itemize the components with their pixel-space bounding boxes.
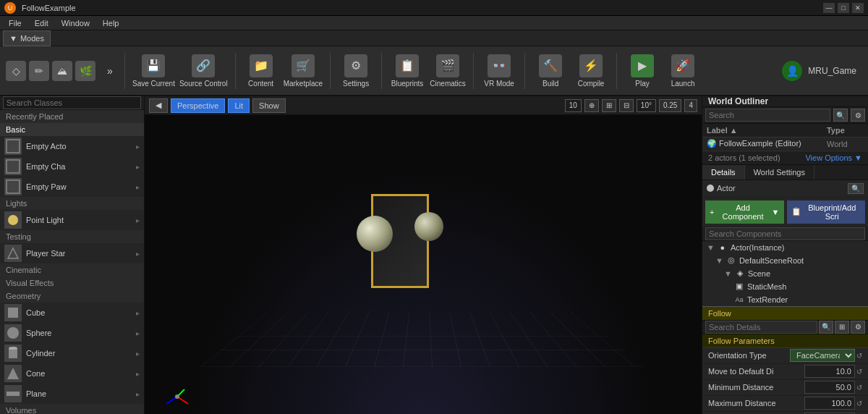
close-button[interactable]: ✕ [852, 3, 864, 13]
modes-button[interactable]: ▼ Modes [3, 30, 51, 46]
outliner-settings-btn[interactable]: ⚙ [851, 109, 865, 122]
plane-item[interactable]: Plane ▸ [0, 384, 144, 404]
details-grid-btn[interactable]: ⊞ [835, 321, 849, 334]
recently-placed-header[interactable]: Recently Placed [0, 110, 144, 123]
viewport-lit-btn[interactable]: Lit [228, 98, 250, 113]
outliner-row-followexample[interactable]: 🌍 FollowExample (Editor) World [702, 138, 868, 151]
marketplace-button[interactable]: 🛒 Marketplace [284, 51, 323, 91]
cube-item[interactable]: Cube ▸ [0, 303, 144, 323]
minimum-distance-arrow[interactable]: ↺ [856, 384, 862, 392]
viewport-scale-btn[interactable]: 0.25 [659, 99, 681, 112]
orientation-type-select[interactable]: FaceCamera [790, 349, 855, 362]
empty-pawn-item[interactable]: Empty Paw ▸ [0, 177, 144, 197]
cylinder-item[interactable]: Cylinder ▸ [0, 343, 144, 363]
empty-character-item[interactable]: Empty Cha ▸ [0, 156, 144, 177]
sphere-item[interactable]: Sphere ▸ [0, 323, 144, 343]
viewport-transform-btn[interactable]: ⊕ [584, 99, 599, 112]
move-to-default-arrow[interactable]: ↺ [856, 368, 862, 376]
source-control-button[interactable]: 🔗 Source Control [179, 51, 228, 91]
modes-label: Modes [20, 34, 44, 43]
geometry-header[interactable]: Geometry [0, 290, 144, 303]
launch-button[interactable]: 🚀 Launch [665, 51, 701, 91]
component-scene[interactable]: ▼ ◈ Scene [702, 267, 868, 280]
empty-actor-item[interactable]: Empty Acto ▸ [0, 136, 144, 156]
tab-details[interactable]: Details [702, 165, 745, 179]
lights-header[interactable]: Lights [0, 197, 144, 210]
build-button[interactable]: 🔨 Build [532, 51, 569, 91]
component-text-render[interactable]: Aa TextRender [702, 293, 868, 306]
mode-landscape-icon[interactable]: ⛰ [52, 61, 72, 81]
cinematics-button[interactable]: 🎬 Cinematics [430, 51, 466, 91]
move-to-default-input[interactable] [804, 365, 855, 378]
play-button[interactable]: ▶ Play [624, 51, 660, 91]
volumes-header[interactable]: Volumes [0, 404, 144, 414]
component-actor-instance[interactable]: ▼ ● Actor(Instance) [702, 241, 868, 254]
menu-help[interactable]: Help [97, 17, 125, 29]
viewport-fov: 10 [565, 99, 582, 112]
outliner-col-type[interactable]: Type [822, 124, 868, 138]
viewport-area: ◀ Perspective Lit Show 10 ⊕ ⊞ ⊟ 10° 0.25… [145, 96, 702, 414]
sphere-thumb [4, 324, 22, 342]
details-settings-btn[interactable]: ⚙ [851, 321, 865, 334]
empty-pawn-arrow: ▸ [136, 183, 140, 191]
maximize-button[interactable]: □ [838, 3, 849, 13]
viewport-num-btn[interactable]: 4 [684, 99, 697, 112]
tab-world-settings[interactable]: World Settings [745, 165, 814, 179]
save-current-button[interactable]: 💾 Save Current [132, 51, 175, 91]
maximum-distance-input[interactable] [804, 397, 855, 410]
param-move-to-default: Move to Default Di ↺ [702, 364, 868, 380]
viewport-snap-btn[interactable]: ⊞ [602, 99, 616, 112]
content-button[interactable]: 📁 Content [243, 51, 279, 91]
basic-header[interactable]: Basic [0, 123, 144, 136]
default-scene-root-label: DefaultSceneRoot [739, 256, 804, 265]
testing-header[interactable]: Testing [0, 230, 144, 243]
toolbar-sep-2 [235, 53, 236, 89]
blueprint-add-script-button[interactable]: 📋 Blueprint/Add Scri [787, 200, 866, 224]
expand-toolbar-button[interactable]: » [103, 51, 117, 91]
minimum-distance-input[interactable] [804, 381, 855, 394]
cinematic-header[interactable]: Cinematic [0, 263, 144, 276]
search-classes-input[interactable] [3, 96, 141, 109]
cone-item[interactable]: Cone ▸ [0, 363, 144, 384]
menu-edit[interactable]: Edit [29, 17, 54, 29]
viewport-perspective-btn[interactable]: Perspective [171, 98, 225, 113]
vr-mode-button[interactable]: 👓 VR Mode [481, 51, 517, 91]
mode-select-icon[interactable]: ◇ [6, 61, 26, 81]
viewport-nav-back[interactable]: ◀ [149, 98, 168, 113]
menu-file[interactable]: File [3, 17, 27, 29]
player-start-item[interactable]: Player Star ▸ [0, 243, 144, 263]
move-to-default-label: Move to Default Di [708, 367, 804, 376]
viewport-show-btn[interactable]: Show [252, 98, 286, 113]
maximum-distance-arrow[interactable]: ↺ [856, 400, 862, 407]
outliner-search-btn[interactable]: 🔍 [833, 109, 848, 122]
add-component-button[interactable]: + Add Component ▼ [705, 200, 784, 224]
visual-effects-header[interactable]: Visual Effects [0, 276, 144, 290]
outliner-col-label[interactable]: Label ▲ [702, 124, 822, 138]
outliner-search-input[interactable] [705, 109, 830, 122]
components-search-input[interactable] [705, 227, 865, 240]
plane-arrow: ▸ [136, 390, 140, 398]
sphere-3d-right [414, 212, 443, 241]
mode-paint-icon[interactable]: ✏ [29, 61, 49, 81]
menu-window[interactable]: Window [56, 17, 95, 29]
details-search-btn[interactable]: 🔍 [819, 321, 833, 334]
viewport-canvas[interactable] [145, 115, 702, 414]
component-static-mesh[interactable]: ▣ StaticMesh [702, 280, 868, 293]
outliner-header: Label ▲ Type [702, 124, 868, 138]
blueprints-button[interactable]: 📋 Blueprints [389, 51, 425, 91]
left-panel: Recently Placed Basic Empty Acto ▸ Empty… [0, 96, 145, 414]
view-options-link[interactable]: View Options ▼ [805, 153, 862, 162]
component-default-scene-root[interactable]: ▼ ◎ DefaultSceneRoot [702, 254, 868, 267]
actor-search-btn[interactable]: 🔍 [848, 183, 864, 194]
text-render-icon: Aa [734, 295, 744, 305]
empty-actor-thumb [4, 138, 22, 155]
point-light-item[interactable]: Point Light ▸ [0, 210, 144, 230]
minimize-button[interactable]: — [823, 3, 835, 13]
orientation-type-arrow[interactable]: ↺ [856, 352, 862, 360]
mode-foliage-icon[interactable]: 🌿 [75, 61, 95, 81]
viewport-grid-btn[interactable]: ⊟ [619, 99, 634, 112]
compile-button[interactable]: ⚡ Compile [573, 51, 609, 91]
settings-button[interactable]: ⚙ Settings [338, 51, 374, 91]
details-search-input[interactable] [705, 321, 817, 334]
actor-instance-icon: ● [718, 242, 728, 253]
